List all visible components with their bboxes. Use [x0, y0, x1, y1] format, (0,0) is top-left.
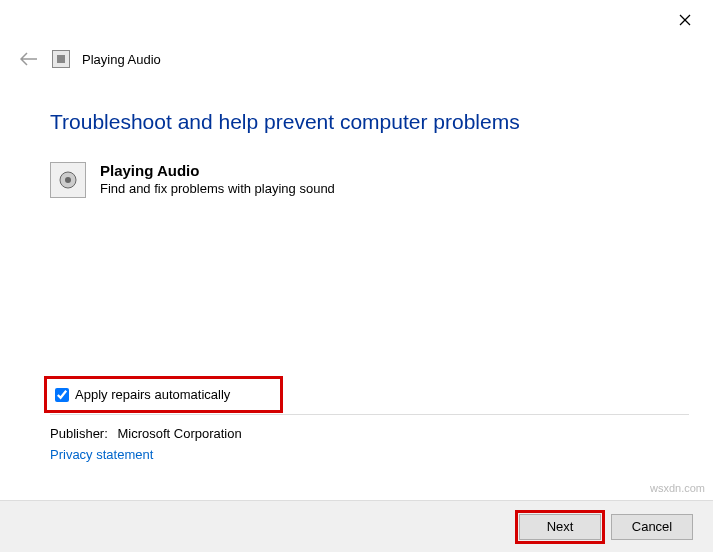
publisher-label: Publisher:	[50, 426, 108, 441]
apply-repairs-label: Apply repairs automatically	[75, 387, 230, 402]
close-button[interactable]	[675, 10, 695, 30]
cancel-button[interactable]: Cancel	[611, 514, 693, 540]
svg-rect-2	[57, 55, 65, 63]
troubleshooter-icon	[52, 50, 70, 68]
privacy-statement-link[interactable]: Privacy statement	[50, 447, 242, 462]
publisher-value: Microsoft Corporation	[117, 426, 241, 441]
apply-repairs-group: Apply repairs automatically	[44, 376, 283, 413]
back-button[interactable]	[18, 48, 40, 70]
publisher-row: Publisher: Microsoft Corporation	[50, 426, 242, 441]
section-text: Playing Audio Find and fix problems with…	[100, 162, 335, 198]
section-description: Find and fix problems with playing sound	[100, 181, 335, 196]
window-title: Playing Audio	[82, 52, 161, 67]
arrow-left-icon	[20, 52, 38, 66]
next-button[interactable]: Next	[519, 514, 601, 540]
meta-info: Publisher: Microsoft Corporation Privacy…	[50, 426, 242, 462]
troubleshooter-section: Playing Audio Find and fix problems with…	[50, 162, 689, 198]
close-icon	[679, 14, 691, 26]
svg-point-4	[65, 177, 71, 183]
button-bar: Next Cancel	[0, 500, 713, 552]
apply-repairs-checkbox[interactable]	[55, 388, 69, 402]
section-title: Playing Audio	[100, 162, 335, 179]
watermark: wsxdn.com	[650, 482, 705, 494]
content-area: Troubleshoot and help prevent computer p…	[50, 110, 689, 238]
divider	[50, 414, 689, 415]
audio-icon	[50, 162, 86, 198]
header-bar: Playing Audio	[18, 48, 161, 70]
page-heading: Troubleshoot and help prevent computer p…	[50, 110, 689, 134]
